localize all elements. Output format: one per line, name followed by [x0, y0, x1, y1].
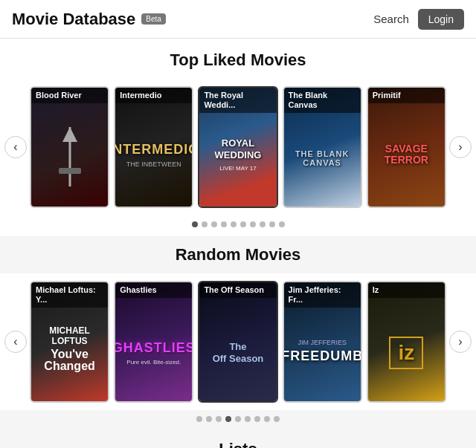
dot-3[interactable]	[221, 221, 227, 227]
dot-0[interactable]	[192, 221, 198, 227]
svg-rect-2	[59, 168, 81, 174]
random-movies-title: Random Movies	[0, 245, 476, 264]
movie-title-iz: Iz	[368, 282, 445, 298]
top-liked-section: Top Liked Movies ‹ Blood River Intermedi…	[0, 39, 476, 236]
random-movies-track: Michael Loftus: Y... MICHAELLOFTUS You'v…	[0, 281, 476, 403]
movie-card-royal-wedding[interactable]: The Royal Weddi... ROYALWEDDING LIVE! MA…	[198, 86, 277, 208]
dot-5[interactable]	[240, 221, 246, 227]
dot-7[interactable]	[260, 221, 266, 227]
login-button[interactable]: Login	[418, 9, 464, 30]
dot-2[interactable]	[211, 221, 217, 227]
dot-4[interactable]	[231, 221, 237, 227]
top-liked-next-button[interactable]: ›	[449, 136, 472, 158]
movie-card-jim[interactable]: Jim Jefferies: Fr... JIM JEFFERIES FREED…	[283, 281, 362, 403]
movie-title-off-season: The Off Season	[199, 282, 276, 298]
svg-marker-1	[62, 127, 77, 142]
movie-card-blood-river[interactable]: Blood River	[30, 86, 109, 208]
app-title: Movie Database	[12, 10, 135, 29]
random-movies-dots	[0, 410, 476, 425]
movie-card-intermedio[interactable]: Intermedio INTERMEDIO THE INBETWEEN	[114, 86, 193, 208]
movie-card-off-season[interactable]: The Off Season TheOff Season	[198, 281, 277, 403]
movie-title-jim: Jim Jefferies: Fr...	[284, 282, 361, 308]
rdot-6[interactable]	[254, 416, 260, 422]
header-right: Search Login	[373, 9, 464, 30]
header-left: Movie Database Beta	[12, 10, 166, 29]
beta-badge: Beta	[141, 13, 166, 25]
top-liked-title: Top Liked Movies	[0, 51, 476, 70]
movie-title-intermedio: Intermedio	[115, 88, 192, 103]
lists-section: Lists New List! New List! New List!	[0, 431, 476, 448]
header: Movie Database Beta Search Login	[0, 0, 476, 39]
dot-6[interactable]	[250, 221, 256, 227]
rdot-2[interactable]	[216, 416, 222, 422]
top-liked-track: Blood River Intermedio INTERMEDIO THE IN…	[0, 86, 476, 208]
rdot-1[interactable]	[206, 416, 212, 422]
dot-8[interactable]	[269, 221, 275, 227]
rdot-0[interactable]	[196, 416, 202, 422]
top-liked-prev-button[interactable]: ‹	[4, 136, 27, 158]
random-movies-section: Random Movies ‹ Michael Loftus: Y... MIC…	[0, 236, 476, 431]
movie-card-blank-canvas[interactable]: The Blank Canvas THE BLANK CANVAS	[283, 86, 362, 208]
movie-title-blank-canvas: The Blank Canvas	[284, 88, 361, 113]
rdot-3[interactable]	[225, 416, 231, 422]
rdot-7[interactable]	[264, 416, 270, 422]
movie-title-michael: Michael Loftus: Y...	[31, 282, 108, 308]
lists-title: Lists	[12, 440, 464, 448]
movie-title-blood-river: Blood River	[31, 88, 108, 103]
movie-card-primitif[interactable]: Primitif SAVAGETERROR	[367, 86, 446, 208]
rdot-8[interactable]	[274, 416, 280, 422]
movie-card-michael[interactable]: Michael Loftus: Y... MICHAELLOFTUS You'v…	[30, 281, 109, 403]
movie-card-iz[interactable]: Iz iz	[367, 281, 446, 403]
random-movies-carousel: ‹ Michael Loftus: Y... MICHAELLOFTUS You…	[0, 273, 476, 410]
movie-title-ghastlies: Ghastlies	[115, 282, 192, 298]
dot-9[interactable]	[279, 221, 285, 227]
movie-card-ghastlies[interactable]: Ghastlies GHASTLIES Pure evil. Bite-size…	[114, 281, 193, 403]
rdot-4[interactable]	[235, 416, 241, 422]
movie-title-primitif: Primitif	[368, 88, 445, 103]
top-liked-carousel: ‹ Blood River Intermedio INTERMEDIO THE …	[0, 79, 476, 215]
random-movies-next-button[interactable]: ›	[449, 331, 472, 353]
rdot-5[interactable]	[245, 416, 251, 422]
search-link[interactable]: Search	[373, 13, 409, 25]
top-liked-dots	[0, 215, 476, 230]
movie-title-royal-wedding: The Royal Weddi...	[199, 88, 276, 113]
random-movies-prev-button[interactable]: ‹	[4, 331, 27, 353]
dot-1[interactable]	[202, 221, 208, 227]
